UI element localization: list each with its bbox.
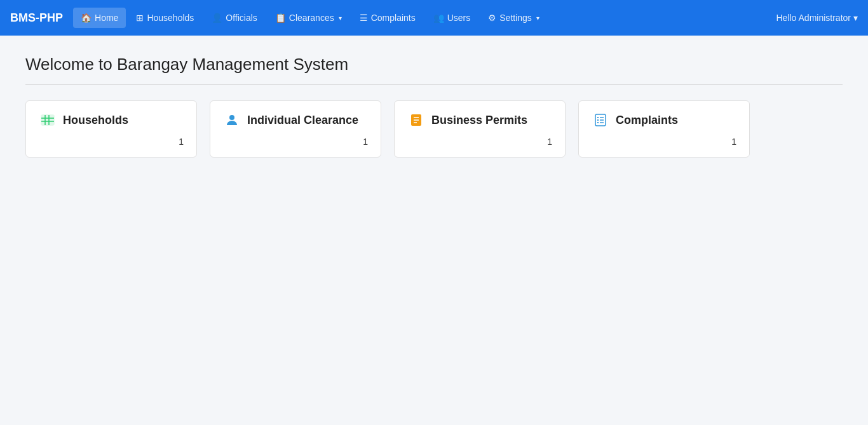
nav-officials-label: Officials bbox=[226, 13, 257, 23]
clearance-card-count: 1 bbox=[223, 137, 368, 147]
nav-settings-label: Settings bbox=[499, 13, 532, 23]
clearances-icon: 📋 bbox=[275, 13, 286, 23]
settings-dropdown-arrow: ▾ bbox=[536, 15, 539, 22]
nav-complaints-label: Complaints bbox=[371, 13, 416, 23]
card-complaints[interactable]: Complaints 1 bbox=[578, 100, 750, 158]
divider bbox=[25, 84, 843, 85]
brand-logo[interactable]: BMS-PHP bbox=[10, 11, 63, 25]
complaints-card-count: 1 bbox=[592, 137, 736, 147]
clearance-card-title: Individual Clearance bbox=[247, 114, 358, 127]
card-business-header: Business Permits bbox=[407, 111, 552, 129]
households-card-count: 1 bbox=[39, 137, 184, 147]
nav-complaints[interactable]: ☰ Complaints bbox=[352, 8, 423, 28]
complaints-card-icon bbox=[592, 111, 609, 129]
settings-icon: ⚙ bbox=[488, 13, 496, 23]
officials-icon: 👤 bbox=[212, 13, 222, 23]
clearances-dropdown-arrow: ▾ bbox=[339, 15, 342, 22]
clearance-card-icon bbox=[223, 111, 241, 129]
users-icon: 👥 bbox=[433, 13, 444, 23]
navbar: BMS-PHP 🏠 Home ⊞ Households 👤 Officials … bbox=[0, 0, 868, 36]
card-clearance-header: Individual Clearance bbox=[223, 111, 368, 129]
user-dropdown-arrow: ▾ bbox=[853, 13, 858, 23]
nav-clearances-label: Clearances bbox=[289, 13, 334, 23]
nav-officials[interactable]: 👤 Officials bbox=[204, 8, 265, 28]
home-icon: 🏠 bbox=[81, 13, 92, 23]
business-card-icon bbox=[407, 111, 425, 129]
nav-households-label: Households bbox=[147, 13, 194, 23]
user-menu[interactable]: Hello Administrator ▾ bbox=[776, 13, 858, 23]
navbar-left: BMS-PHP 🏠 Home ⊞ Households 👤 Officials … bbox=[10, 8, 547, 28]
card-households[interactable]: Households 1 bbox=[25, 100, 197, 158]
card-households-header: Households bbox=[39, 111, 184, 129]
page-title: Welcome to Barangay Management System bbox=[25, 55, 843, 74]
nav-home[interactable]: 🏠 Home bbox=[73, 8, 126, 28]
nav-users[interactable]: 👥 Users bbox=[426, 8, 478, 28]
complaints-nav-icon: ☰ bbox=[360, 13, 368, 23]
card-individual-clearance[interactable]: Individual Clearance 1 bbox=[210, 100, 381, 158]
nav-clearances[interactable]: 📋 Clearances ▾ bbox=[268, 8, 349, 28]
business-card-title: Business Permits bbox=[431, 114, 527, 127]
svg-point-5 bbox=[229, 115, 234, 120]
main-content: Welcome to Barangay Management System Ho… bbox=[0, 36, 868, 177]
households-card-icon bbox=[39, 111, 57, 129]
svg-rect-0 bbox=[41, 115, 54, 125]
card-complaints-header: Complaints bbox=[592, 111, 736, 129]
households-card-title: Households bbox=[63, 114, 128, 127]
nav-home-label: Home bbox=[95, 13, 118, 23]
nav-households[interactable]: ⊞ Households bbox=[128, 8, 201, 28]
cards-grid: Households 1 Individual Clearance 1 bbox=[25, 100, 843, 158]
grid-icon: ⊞ bbox=[136, 13, 144, 23]
complaints-card-title: Complaints bbox=[616, 114, 678, 127]
nav-users-label: Users bbox=[447, 13, 471, 23]
nav-settings[interactable]: ⚙ Settings ▾ bbox=[480, 8, 547, 28]
user-greeting: Hello Administrator bbox=[776, 13, 851, 23]
card-business-permits[interactable]: Business Permits 1 bbox=[394, 100, 566, 158]
business-card-count: 1 bbox=[407, 137, 552, 147]
